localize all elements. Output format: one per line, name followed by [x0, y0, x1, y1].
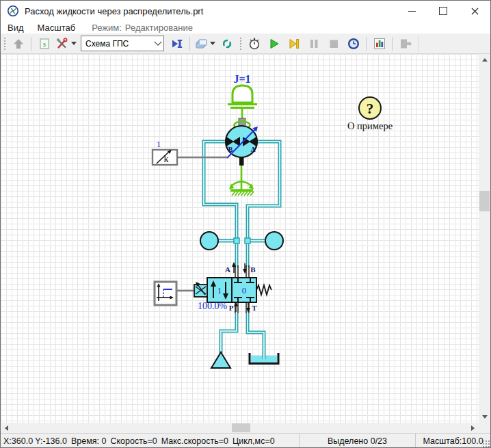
mode-indicator: Режим:Редактирование	[92, 23, 196, 33]
stop-button[interactable]	[323, 36, 343, 52]
status-speed: Скорость=0	[110, 436, 157, 446]
scroll-up-button[interactable]	[479, 54, 490, 66]
scroll-left-icon	[5, 425, 8, 431]
directional-valve[interactable]: A B 1 0	[194, 262, 271, 313]
realtime-clock-button[interactable]	[343, 36, 363, 52]
menu-bar: Вид Масштаб Режим:Редактирование	[1, 21, 490, 34]
scheme-select[interactable]: Схема ГПС	[81, 36, 164, 51]
scroll-left-button[interactable]	[1, 423, 12, 433]
status-position: X:360.0 Y:-136.0	[3, 436, 67, 446]
gauge-right[interactable]	[265, 232, 283, 250]
pause-icon	[308, 38, 320, 50]
maximize-icon	[439, 7, 447, 15]
svg-text:s: s	[43, 40, 46, 48]
resize-grip[interactable]	[481, 439, 490, 447]
chevron-down-icon	[154, 38, 161, 45]
timer-settings-button[interactable]	[244, 36, 264, 52]
script-button[interactable]: s	[34, 36, 54, 52]
window-title: Расход жидкости через распределитель.prt	[25, 6, 203, 16]
pipe-junction-right[interactable]	[245, 238, 250, 243]
status-left-panel: X:360.0 Y:-136.0 Время: 0 Скорость=0 Мак…	[1, 436, 299, 446]
stop-icon	[328, 38, 340, 50]
menu-scale[interactable]: Масштаб	[31, 23, 83, 33]
layers-button[interactable]	[193, 36, 217, 52]
status-selected: Выделено 0/23	[300, 436, 415, 446]
valve-port-a-label: A	[225, 265, 230, 274]
scroll-down-button[interactable]	[479, 411, 490, 423]
menu-view[interactable]: Вид	[1, 23, 31, 33]
toolbar: s Схема ГПС	[1, 34, 490, 54]
scheme-select-value: Схема ГПС	[85, 39, 129, 49]
app-logo-icon	[7, 5, 19, 17]
vertical-scroll-thumb[interactable]	[479, 191, 490, 211]
close-button[interactable]	[459, 1, 490, 21]
pipe-valve-p[interactable]	[221, 313, 237, 353]
clock-icon	[347, 37, 360, 51]
valve-port-b-label: B	[250, 265, 256, 274]
title-bar: Расход жидкости через распределитель.prt	[1, 1, 490, 21]
valve-section-0-label: 0	[242, 285, 247, 295]
up-arrow-icon	[12, 38, 25, 50]
schematic-canvas[interactable]: J=1 B A	[1, 54, 480, 423]
charts-button[interactable]	[369, 36, 389, 52]
tools-icon	[55, 38, 69, 50]
status-bar: X:360.0 Y:-136.0 Время: 0 Скорость=0 Мак…	[1, 433, 490, 448]
horizontal-scroll-thumb[interactable]	[232, 423, 250, 432]
inertia-load[interactable]: J=1	[228, 73, 257, 122]
close-icon	[471, 8, 479, 15]
horizontal-scrollbar[interactable]	[1, 423, 479, 433]
scrollbar-corner	[479, 423, 490, 433]
mode-value: Редактирование	[125, 23, 193, 33]
help-question-mark: ?	[367, 101, 374, 117]
status-time: Время: 0	[71, 436, 107, 446]
scroll-right-button[interactable]	[467, 423, 479, 433]
tools-button[interactable]	[54, 36, 78, 52]
goto-scheme-button[interactable]	[167, 36, 187, 52]
exit-button[interactable]	[395, 36, 415, 52]
mode-label: Режим:	[92, 23, 122, 33]
step-source-block[interactable]	[155, 282, 176, 305]
status-scale-panel: Масштаб:100.0	[416, 436, 490, 446]
toolbar-grip-2[interactable]	[239, 37, 242, 51]
up-level-button[interactable]	[8, 36, 28, 52]
bar-chart-icon	[373, 37, 386, 51]
script-icon: s	[38, 38, 51, 50]
stopwatch-icon	[248, 37, 261, 51]
layers-dropdown-icon	[210, 42, 215, 45]
vertical-scrollbar[interactable]	[479, 54, 490, 423]
refresh-button[interactable]	[217, 36, 237, 52]
run-to-end-button[interactable]	[284, 36, 304, 52]
exit-icon	[399, 38, 412, 50]
help-label: О примере	[347, 120, 393, 131]
help-button[interactable]: ? О примере	[347, 97, 393, 131]
layers-icon	[194, 38, 208, 50]
valve-section-1-label: 1	[217, 285, 222, 295]
refresh-icon	[221, 38, 233, 50]
minimize-button[interactable]	[396, 1, 427, 21]
step-forward-icon	[288, 38, 300, 50]
pipe-valve-t[interactable]	[248, 313, 264, 359]
gauge-left[interactable]	[200, 232, 218, 250]
status-max-speed: Макс.скорость=0	[161, 436, 228, 446]
hydraulic-motor[interactable]: B A	[226, 126, 258, 166]
tools-dropdown-icon	[71, 42, 77, 45]
gain-block[interactable]: 1 k	[152, 140, 177, 165]
pressure-source[interactable]	[211, 352, 230, 368]
valve-port-t-label: T	[252, 304, 257, 312]
scroll-right-icon	[471, 425, 475, 431]
pipe-junction-left[interactable]	[234, 238, 239, 243]
maximize-button[interactable]	[427, 1, 459, 21]
status-cycle: Цикл,мс=0	[233, 436, 275, 446]
goto-icon	[170, 38, 184, 49]
pause-button[interactable]	[304, 36, 323, 52]
valve-opening-label: 100.0%	[198, 301, 228, 311]
motor-port-a-label: A	[250, 146, 256, 153]
scroll-down-icon	[482, 415, 488, 419]
gain-port-label: 1	[157, 140, 161, 149]
run-button[interactable]	[264, 36, 284, 52]
scroll-up-icon	[482, 58, 488, 62]
valve-port-p-label: P	[229, 304, 234, 312]
toolbar-grip[interactable]	[3, 37, 6, 51]
application-window: Расход жидкости через распределитель.prt…	[0, 0, 491, 448]
rotation-ground[interactable]	[229, 166, 254, 196]
